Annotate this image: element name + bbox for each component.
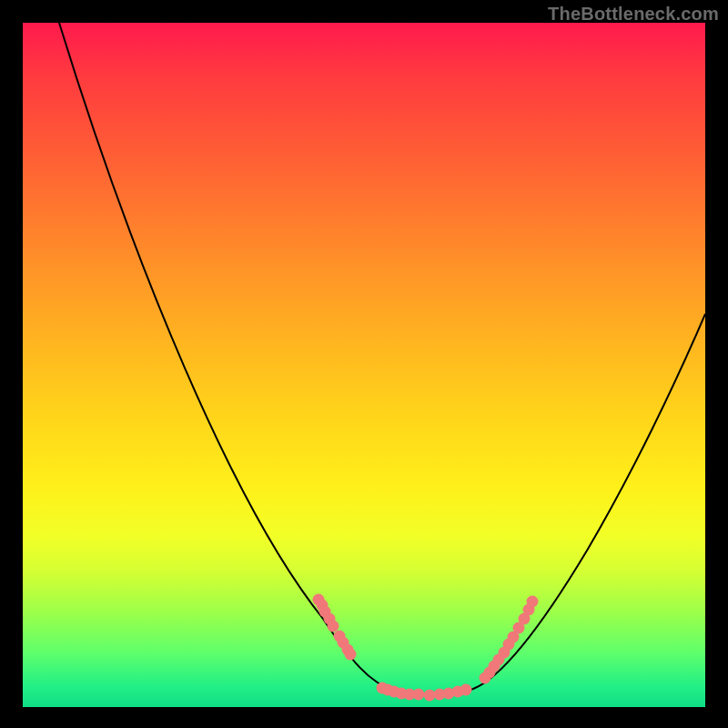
curve-marker [460, 684, 472, 696]
chart-frame: TheBottleneck.com [0, 0, 728, 728]
marker-group [313, 594, 539, 702]
bottleneck-curve [59, 23, 705, 694]
curve-marker [527, 596, 539, 608]
curve-marker [328, 621, 339, 632]
curve-layer [23, 23, 705, 707]
plot-area [23, 23, 705, 707]
watermark-text: TheBottleneck.com [548, 4, 719, 25]
curve-marker [413, 689, 425, 701]
curve-marker [424, 690, 436, 702]
curve-marker [345, 649, 357, 661]
